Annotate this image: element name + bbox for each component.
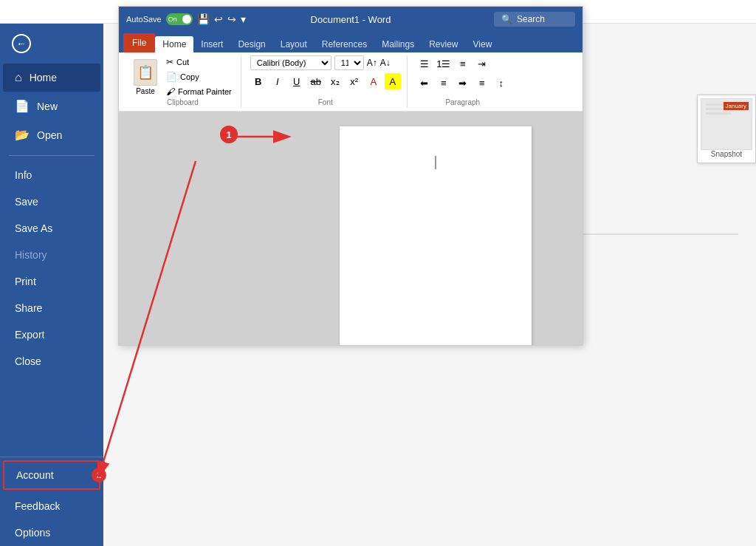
- history-label: History: [15, 249, 47, 261]
- tab-references[interactable]: References: [315, 36, 374, 52]
- autosave-toggle[interactable]: On: [166, 13, 193, 25]
- paragraph-row-1: ☰ 1☰ ≡ ⇥: [416, 55, 490, 72]
- italic-button[interactable]: I: [269, 73, 286, 89]
- autosave-area: AutoSave On 💾 ↩ ↪ ▾: [126, 13, 246, 25]
- font-color-button[interactable]: A: [365, 73, 382, 89]
- indent-button[interactable]: ⇥: [474, 55, 490, 72]
- subscript-button[interactable]: x₂: [327, 73, 343, 89]
- font-group: Calibri (Body) 11 A↑ A↓ B I U ab x₂ x² A: [244, 55, 408, 108]
- open-icon: 📂: [15, 128, 30, 142]
- back-button[interactable]: ←: [0, 24, 103, 64]
- text-cursor: [436, 156, 436, 169]
- snapshot-date: January: [724, 102, 749, 110]
- tab-insert[interactable]: Insert: [193, 36, 230, 52]
- sidebar-item-home[interactable]: ⌂ Home: [3, 64, 100, 92]
- bullets-button[interactable]: ☰: [416, 55, 433, 72]
- sidebar-item-open[interactable]: 📂 Open: [3, 120, 100, 149]
- sidebar-item-new[interactable]: 📄 New: [3, 92, 100, 120]
- paragraph-group-label: Paragraph: [416, 98, 509, 108]
- sidebar-new-label: New: [37, 100, 58, 112]
- tab-file[interactable]: File: [123, 33, 155, 52]
- grow-icon[interactable]: A↑: [367, 58, 377, 68]
- format-painter-label: Format Painter: [178, 87, 232, 96]
- print-label: Print: [15, 276, 36, 287]
- word-title-text: Document1 - Word: [311, 14, 391, 25]
- more-icon[interactable]: ▾: [241, 13, 246, 25]
- font-group-content: Calibri (Body) 11 A↑ A↓ B I U ab x₂ x² A: [250, 55, 401, 98]
- save-icon[interactable]: 💾: [197, 13, 210, 25]
- clipboard-group-content: 📋 Paste ✂ Cut 📄 Copy 🖌 Format Painter: [131, 55, 235, 98]
- paste-button[interactable]: 📋 Paste: [131, 58, 160, 97]
- ribbon-tabs: File Home Insert Design Layout Reference…: [119, 32, 583, 52]
- strikethrough-button[interactable]: ab: [308, 73, 324, 89]
- paragraph-group-content: ☰ 1☰ ≡ ⇥ ⬅ ≡ ➡ ≡ ↕: [416, 55, 509, 98]
- snapshot-thumb: January: [701, 98, 752, 150]
- word-page[interactable]: [340, 126, 532, 345]
- shrink-icon[interactable]: A↓: [380, 58, 391, 68]
- sidebar-item-options[interactable]: Options: [3, 519, 100, 546]
- justify-button[interactable]: ≡: [474, 75, 490, 91]
- search-box[interactable]: 🔍 Search: [494, 12, 575, 27]
- font-row-2: B I U ab x₂ x² A A: [250, 73, 401, 89]
- tab-review[interactable]: Review: [422, 36, 465, 52]
- left-panel: [170, 126, 340, 330]
- word-titlebar: AutoSave On 💾 ↩ ↪ ▾ Document1 - Word 🔍 S…: [119, 7, 583, 32]
- export-label: Export: [15, 329, 44, 341]
- sidebar-item-account[interactable]: Account 2: [3, 460, 100, 490]
- sidebar-item-history[interactable]: History: [3, 242, 100, 268]
- highlight-button[interactable]: A: [385, 73, 401, 89]
- sidebar-item-saveas[interactable]: Save As: [3, 215, 100, 242]
- redo-icon[interactable]: ↪: [227, 13, 236, 25]
- new-icon: 📄: [15, 99, 30, 113]
- align-center-button[interactable]: ≡: [436, 75, 452, 91]
- sidebar-item-save[interactable]: Save: [3, 188, 100, 215]
- tab-layout[interactable]: Layout: [273, 36, 315, 52]
- sidebar-item-feedback[interactable]: Feedback: [3, 493, 100, 519]
- info-label: Info: [15, 169, 32, 181]
- superscript-button[interactable]: x²: [346, 73, 362, 89]
- copy-icon: 📄: [166, 72, 177, 82]
- home-icon: ⌂: [15, 71, 22, 84]
- clipboard-group: 📋 Paste ✂ Cut 📄 Copy 🖌 Format Painter: [125, 55, 241, 108]
- search-label: Search: [517, 14, 545, 24]
- tab-mailings[interactable]: Mailings: [374, 36, 422, 52]
- snap-line: [706, 112, 731, 115]
- account-badge: 2: [92, 468, 106, 482]
- snapshot-label: Snapshot: [701, 150, 752, 158]
- sidebar-home-label: Home: [30, 72, 57, 83]
- undo-icon[interactable]: ↩: [214, 13, 223, 25]
- format-painter-button[interactable]: 🖌 Format Painter: [163, 85, 235, 98]
- align-right-button[interactable]: ➡: [455, 75, 471, 91]
- word-doc-area: [119, 112, 583, 345]
- badge-2-text: 2: [97, 471, 101, 480]
- tab-home[interactable]: Home: [155, 36, 193, 52]
- cut-button[interactable]: ✂ Cut: [163, 55, 235, 69]
- line-spacing-button[interactable]: ↕: [493, 75, 509, 91]
- sidebar-item-close[interactable]: Close: [3, 348, 100, 375]
- sidebar-open-label: Open: [37, 129, 62, 141]
- tab-view[interactable]: View: [466, 36, 500, 52]
- sidebar-item-export[interactable]: Export: [3, 321, 100, 348]
- font-name-select[interactable]: Calibri (Body): [250, 55, 331, 70]
- options-label: Options: [15, 527, 50, 539]
- word-title-center: Document1 - Word: [311, 14, 391, 25]
- font-size-select[interactable]: 11: [334, 55, 364, 70]
- copy-button[interactable]: 📄 Copy: [163, 70, 235, 83]
- paste-icon: 📋: [134, 59, 157, 86]
- bold-button[interactable]: B: [250, 73, 267, 89]
- sidebar-item-print[interactable]: Print: [3, 268, 100, 295]
- sidebar-item-info[interactable]: Info: [3, 162, 100, 188]
- autosave-knob: [182, 15, 191, 24]
- clipboard-sub-buttons: ✂ Cut 📄 Copy 🖌 Format Painter: [163, 55, 235, 98]
- sidebar-item-share[interactable]: Share: [3, 295, 100, 321]
- search-icon: 🔍: [501, 14, 512, 24]
- word-window: AutoSave On 💾 ↩ ↪ ▾ Document1 - Word 🔍 S…: [118, 6, 583, 346]
- align-left-button[interactable]: ⬅: [416, 75, 433, 91]
- close-label: Close: [15, 355, 41, 367]
- tab-design[interactable]: Design: [230, 36, 272, 52]
- clipboard-group-label: Clipboard: [131, 98, 235, 108]
- multilevel-button[interactable]: ≡: [455, 55, 471, 72]
- numbering-button[interactable]: 1☰: [436, 55, 452, 72]
- underline-button[interactable]: U: [289, 73, 305, 89]
- account-label: Account: [16, 469, 54, 481]
